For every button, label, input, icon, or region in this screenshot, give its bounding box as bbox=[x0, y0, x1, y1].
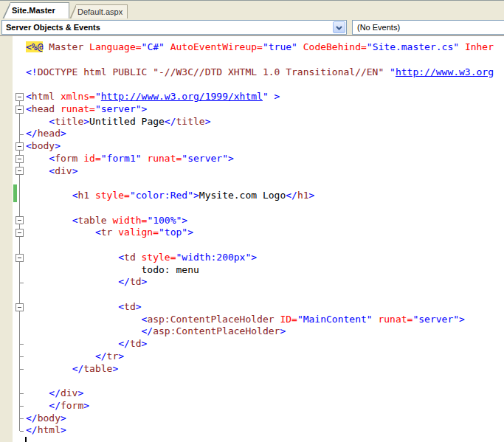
code-line[interactable]: <td> bbox=[26, 301, 494, 314]
code-line[interactable]: <tr valign="top"> bbox=[26, 227, 494, 239]
code-token bbox=[26, 116, 49, 127]
code-token bbox=[26, 400, 49, 411]
code-token: < bbox=[26, 91, 32, 102]
code-token: > bbox=[72, 165, 78, 176]
code-token: > bbox=[142, 103, 148, 114]
minus-glyph bbox=[18, 307, 21, 308]
code-token: </ bbox=[142, 325, 153, 336]
code-line[interactable]: </td> bbox=[26, 338, 494, 351]
code-line[interactable] bbox=[26, 239, 494, 252]
outline-end-tick bbox=[20, 369, 24, 370]
code-line[interactable]: </tr> bbox=[26, 351, 494, 363]
code-token: html bbox=[38, 424, 61, 435]
chevron-down-icon bbox=[336, 26, 342, 30]
code-token: td bbox=[124, 301, 136, 312]
chevron-down-icon[interactable] bbox=[333, 21, 345, 33]
code-token: < bbox=[26, 103, 32, 114]
code-line[interactable] bbox=[26, 54, 494, 66]
code-token: > bbox=[83, 400, 89, 411]
tab-label: Site.Master bbox=[12, 6, 55, 15]
outline-end-tick bbox=[20, 406, 24, 407]
collapse-box-icon[interactable] bbox=[15, 167, 24, 175]
code-token: > bbox=[61, 424, 66, 435]
collapse-box-icon[interactable] bbox=[15, 142, 24, 151]
code-token bbox=[459, 41, 465, 52]
code-line[interactable]: </td> bbox=[26, 276, 494, 289]
code-token: id= bbox=[83, 153, 100, 164]
code-token: > bbox=[112, 363, 118, 374]
code-line[interactable] bbox=[26, 202, 494, 215]
code-line[interactable]: <head runat="server"> bbox=[26, 103, 494, 116]
code-line[interactable]: <h1 style="color:Red">Mysite.com Logo</h… bbox=[26, 190, 494, 202]
minus-glyph bbox=[18, 146, 21, 147]
code-token: td bbox=[130, 276, 142, 287]
code-line[interactable]: </html> bbox=[26, 424, 494, 437]
code-token: runat= bbox=[147, 153, 182, 164]
collapse-box-icon[interactable] bbox=[15, 106, 24, 114]
code-line[interactable]: <%@ Master Language="C#" AutoEventWireup… bbox=[26, 41, 494, 54]
collapse-box-icon[interactable] bbox=[15, 155, 24, 163]
collapse-box-icon[interactable] bbox=[15, 303, 24, 311]
collapse-box-icon[interactable] bbox=[15, 254, 24, 262]
code-line[interactable] bbox=[26, 375, 494, 387]
code-line[interactable] bbox=[26, 177, 494, 190]
code-line[interactable]: <title>Untitled Page</title> bbox=[26, 116, 494, 128]
code-token bbox=[26, 227, 95, 238]
code-token: < bbox=[118, 301, 124, 312]
code-token bbox=[55, 103, 61, 114]
code-line[interactable]: <!DOCTYPE html PUBLIC "-//W3C//DTD XHTML… bbox=[26, 66, 494, 79]
code-token bbox=[297, 41, 303, 52]
code-line[interactable]: <asp:ContentPlaceHolder ID="MainContent"… bbox=[26, 314, 494, 326]
code-token: Untitled Page bbox=[89, 116, 165, 127]
code-token: </ bbox=[49, 400, 61, 411]
tab-default-aspx[interactable]: Default.aspx bbox=[76, 4, 128, 19]
code-editor[interactable]: <%@ Master Language="C#" AutoEventWireup… bbox=[0, 36, 504, 442]
code-line[interactable]: <div> bbox=[26, 165, 494, 178]
collapse-box-icon[interactable] bbox=[15, 216, 24, 224]
code-token: body bbox=[38, 412, 61, 424]
code-line[interactable]: <body> bbox=[26, 140, 494, 153]
code-token: </ bbox=[26, 424, 38, 435]
code-token: tr bbox=[107, 351, 119, 362]
code-token: " bbox=[263, 91, 269, 102]
code-line[interactable]: </body> bbox=[26, 412, 494, 425]
code-token: h1 bbox=[77, 190, 89, 201]
code-token: < bbox=[95, 227, 101, 238]
code-line[interactable]: <form id="form1" runat="server"> bbox=[26, 153, 494, 165]
code-token: "top" bbox=[159, 227, 187, 238]
collapse-box-icon[interactable] bbox=[15, 229, 24, 237]
code-line[interactable] bbox=[26, 78, 494, 91]
code-token: "true" bbox=[263, 41, 297, 52]
code-line[interactable]: </asp:ContentPlaceHolder> bbox=[26, 325, 494, 338]
events-dropdown-value: (No Events) bbox=[357, 23, 400, 32]
code-line[interactable]: </table> bbox=[26, 363, 494, 376]
code-line[interactable] bbox=[26, 289, 494, 301]
code-token: tr bbox=[101, 227, 113, 238]
code-line[interactable]: </form> bbox=[26, 400, 494, 412]
code-token bbox=[136, 252, 142, 263]
collapse-box-icon[interactable] bbox=[15, 93, 24, 101]
code-token: < bbox=[118, 252, 124, 263]
code-area[interactable]: <%@ Master Language="C#" AutoEventWireup… bbox=[26, 41, 494, 437]
code-line[interactable]: <td style="width:200px"> bbox=[26, 252, 494, 264]
code-token: html bbox=[32, 91, 55, 102]
code-token bbox=[384, 66, 390, 77]
code-token: </ bbox=[95, 351, 107, 362]
server-objects-dropdown[interactable]: Server Objects & Events bbox=[1, 20, 347, 35]
code-line[interactable]: </div> bbox=[26, 387, 494, 400]
minus-glyph bbox=[18, 232, 21, 233]
code-token: > bbox=[459, 314, 465, 325]
code-token: div bbox=[61, 387, 77, 398]
code-token bbox=[26, 165, 49, 176]
tab-site-master[interactable]: Site.Master bbox=[10, 2, 69, 19]
code-line[interactable]: todo: menu bbox=[26, 264, 494, 277]
code-token: <%@ bbox=[26, 41, 43, 52]
events-dropdown[interactable]: (No Events) bbox=[352, 20, 504, 35]
code-line[interactable]: <html xmlns="http://www.w3.org/1999/xhtm… bbox=[26, 91, 494, 103]
minus-glyph bbox=[18, 109, 21, 110]
code-token: > bbox=[142, 338, 148, 349]
code-token: form bbox=[55, 153, 77, 164]
code-line[interactable]: <table width="100%"> bbox=[26, 215, 494, 227]
code-token: Language= bbox=[89, 41, 141, 52]
code-line[interactable]: </head> bbox=[26, 128, 494, 140]
